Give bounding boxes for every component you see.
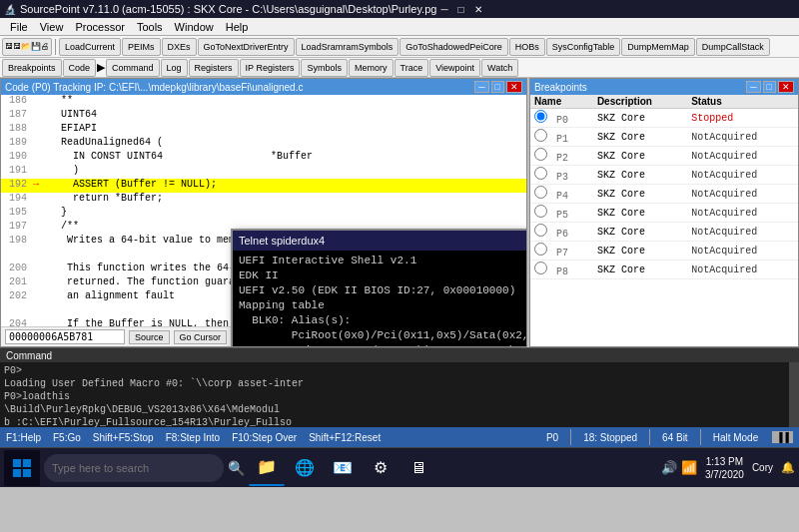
watch-button[interactable]: Watch: [481, 59, 518, 77]
taskbar-app-settings[interactable]: ⚙: [363, 450, 399, 486]
sysconfg-button[interactable]: SysConfigTable: [546, 38, 621, 56]
tb-icons[interactable]: 🖫🖫📂💾🖨: [2, 38, 52, 56]
log-button[interactable]: Log: [161, 59, 188, 77]
bp-name: P8: [530, 261, 593, 279]
bp-pane-maximize[interactable]: □: [763, 81, 776, 93]
toolbar-1: 🖫🖫📂💾🖨 LoadCurrent PEIMs DXEs GoToNextDri…: [0, 36, 799, 58]
symbols-button[interactable]: Symbols: [301, 59, 348, 77]
bp-name: P2: [530, 147, 593, 166]
bp-pane-minimize[interactable]: ─: [746, 81, 760, 93]
status-stopped: 18: Stopped: [583, 432, 637, 443]
bp-name: P7: [530, 242, 593, 261]
address-input[interactable]: [5, 329, 125, 344]
code-line: 186 **: [1, 95, 526, 109]
table-row[interactable]: P8 SKZ Core NotAcquired: [530, 261, 798, 279]
code-line: 188 EFIAPI: [1, 123, 526, 137]
status-mode: Halt Mode: [713, 432, 759, 443]
code-pane-header: Code (P0) Tracking IP: C:\EFI\...\mdepkg…: [1, 79, 526, 95]
bp-desc: SKZ Core: [593, 185, 687, 204]
telnet-content[interactable]: UEFI Interactive Shell v2.1 EDK II UEFI …: [233, 251, 527, 347]
bp-status: NotAcquired: [687, 261, 798, 279]
table-row[interactable]: P3 SKZ Core NotAcquired: [530, 166, 798, 185]
status-help: F1:Help: [6, 432, 41, 443]
telnet-title-bar: Telnet spiderdux4 ─ □ ✕: [233, 231, 527, 251]
bp-status: NotAcquired: [687, 204, 798, 223]
bp-desc: SKZ Core: [593, 128, 687, 147]
bp-desc: SKZ Core: [593, 223, 687, 242]
table-row[interactable]: P1 SKZ Core NotAcquired: [530, 128, 798, 147]
goto-next-driver-button[interactable]: GoToNextDriverEntry: [198, 38, 295, 56]
status-bar: F1:Help F5:Go Shift+F5:Stop F8:Step Into…: [0, 427, 799, 447]
maximize-button[interactable]: □: [453, 1, 467, 17]
code-pane-minimize[interactable]: ─: [474, 81, 488, 93]
bp-pane-close[interactable]: ✕: [778, 81, 794, 93]
code-line-active: 192→ ASSERT (Buffer != NULL);: [1, 179, 526, 193]
goto-shadowed-button[interactable]: GoToShadowedPeiCore: [400, 38, 508, 56]
taskbar-app-terminal[interactable]: 🖥: [400, 450, 436, 486]
table-row[interactable]: P0 SKZ Core Stopped: [530, 109, 798, 128]
telnet-line: UEFI v2.50 (EDK II BIOS ID:27, 0x0001000…: [239, 283, 527, 298]
cmd-line: b :C:\EFI\Purley_Fullsource_154R13\Purle…: [4, 416, 795, 427]
breakpoints-content[interactable]: Name Description Status P0 SKZ Core Stop…: [530, 95, 798, 346]
table-row[interactable]: P4 SKZ Core NotAcquired: [530, 185, 798, 204]
status-processor: P0: [546, 432, 558, 443]
code-pane-maximize[interactable]: □: [491, 81, 504, 93]
minimize-button[interactable]: ─: [436, 1, 451, 17]
telnet-line: Mapping table: [239, 298, 527, 313]
taskbar-app-edge[interactable]: 🌐: [287, 450, 323, 486]
memory-button[interactable]: Memory: [349, 59, 394, 77]
taskbar-date-display: 3/7/2020: [705, 468, 744, 481]
taskbar-app-explorer[interactable]: 📁: [249, 450, 285, 486]
taskbar-app-mail[interactable]: 📧: [325, 450, 361, 486]
menu-view[interactable]: View: [34, 20, 70, 34]
breakpoints-pane-header: Breakpoints ─ □ ✕: [530, 79, 798, 95]
table-row[interactable]: P2 SKZ Core NotAcquired: [530, 147, 798, 166]
code-line: 191 ): [1, 165, 526, 179]
menu-help[interactable]: Help: [220, 20, 255, 34]
registers-button[interactable]: Registers: [189, 59, 239, 77]
command-button[interactable]: Command: [106, 59, 160, 77]
dxes-button[interactable]: DXEs: [162, 38, 197, 56]
table-row[interactable]: P7 SKZ Core NotAcquired: [530, 242, 798, 261]
breakpoints-pane: Breakpoints ─ □ ✕ Name Description Statu…: [529, 78, 799, 347]
peims-button[interactable]: PEIMs: [122, 38, 161, 56]
trace-button[interactable]: Trace: [395, 59, 429, 77]
code-button[interactable]: Code: [63, 59, 97, 77]
command-content[interactable]: P0> Loading User Defined Macro #0: `\\co…: [0, 362, 799, 427]
notification-button[interactable]: 🔔: [781, 461, 795, 474]
taskbar-search[interactable]: [44, 454, 224, 482]
code-pane-title: Code (P0) Tracking IP: C:\EFI\...\mdepkg…: [5, 82, 303, 93]
bp-name: P1: [530, 128, 593, 147]
code-pane-close[interactable]: ✕: [506, 81, 522, 93]
load-sram-button[interactable]: LoadSramramSymbols: [296, 38, 400, 56]
bp-desc: SKZ Core: [593, 242, 687, 261]
cmd-line: Loading User Defined Macro #0: `\\corp a…: [4, 377, 795, 390]
command-scrollbar[interactable]: [789, 362, 799, 427]
table-row[interactable]: P5 SKZ Core NotAcquired: [530, 204, 798, 223]
main-area: Code (P0) Tracking IP: C:\EFI\...\mdepkg…: [0, 78, 799, 347]
breakpoints-button[interactable]: Breakpoints: [2, 59, 62, 77]
menu-window[interactable]: Window: [169, 20, 220, 34]
menu-file[interactable]: File: [4, 20, 34, 34]
menu-tools[interactable]: Tools: [131, 20, 169, 34]
title-bar-controls: ─ □ ✕: [436, 1, 485, 17]
viewpoint-button[interactable]: Viewpoint: [429, 59, 480, 77]
dump-call-button[interactable]: DumpCallStack: [696, 38, 770, 56]
ip-reg-button[interactable]: IP Registers: [240, 59, 301, 77]
status-f12: Shift+F12:Reset: [309, 432, 381, 443]
hobs-button[interactable]: HOBs: [509, 38, 545, 56]
go-cursor-button[interactable]: Go Cursor: [174, 330, 228, 344]
status-f5: F5:Go: [53, 432, 81, 443]
bp-name: P3: [530, 166, 593, 185]
code-line: 195 }: [1, 207, 526, 221]
dump-mem-button[interactable]: DumpMemMap: [621, 38, 695, 56]
menu-bar: File View Processor Tools Window Help: [0, 18, 799, 36]
table-row[interactable]: P6 SKZ Core NotAcquired: [530, 223, 798, 242]
start-button[interactable]: [4, 450, 40, 486]
bp-desc: SKZ Core: [593, 204, 687, 223]
status-f10: F10:Step Over: [232, 432, 297, 443]
menu-processor[interactable]: Processor: [69, 20, 131, 34]
close-button[interactable]: ✕: [470, 1, 486, 17]
load-current-button[interactable]: LoadCurrent: [59, 38, 121, 56]
source-button[interactable]: Source: [129, 330, 170, 344]
